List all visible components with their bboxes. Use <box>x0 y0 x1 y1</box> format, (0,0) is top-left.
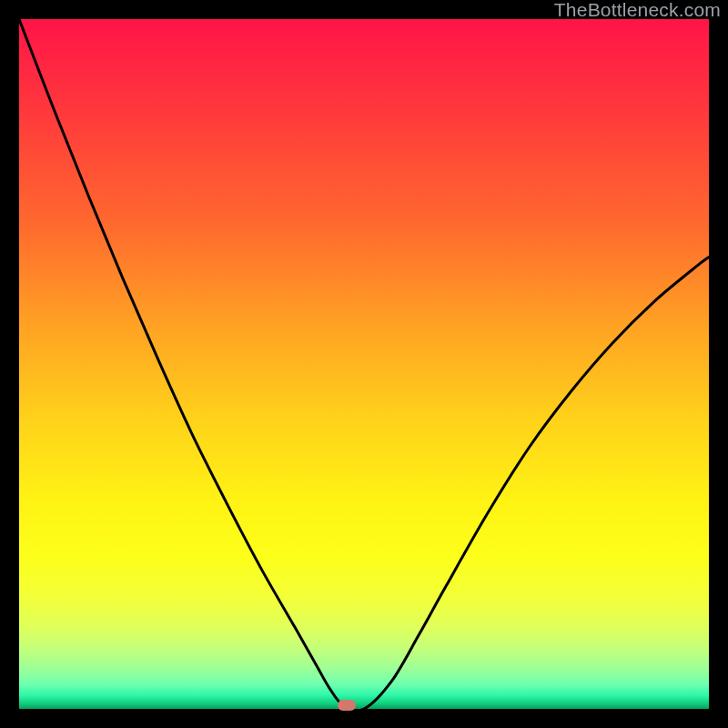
watermark-label: TheBottleneck.com <box>554 0 721 20</box>
optimum-marker <box>338 700 356 711</box>
bottleneck-curve <box>19 19 709 709</box>
plot-area <box>19 19 709 709</box>
curve-layer <box>19 19 709 709</box>
chart-frame: TheBottleneck.com <box>0 0 728 728</box>
